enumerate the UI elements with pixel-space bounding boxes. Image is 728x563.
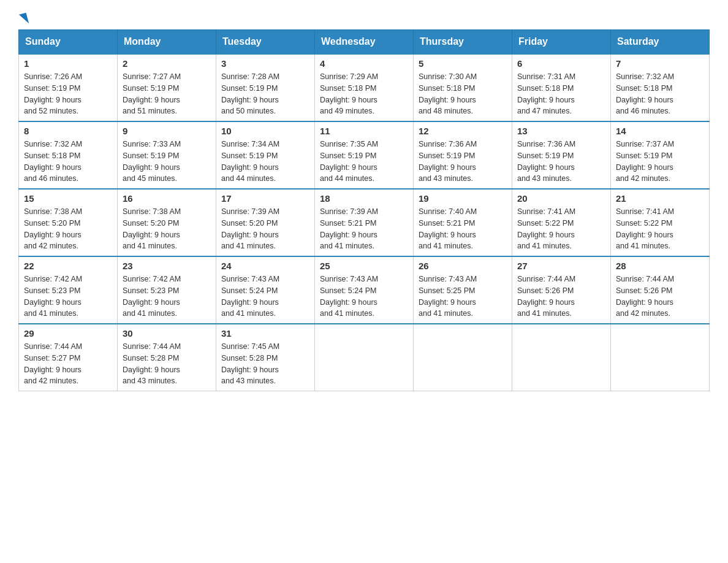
day-header-sunday: Sunday bbox=[19, 30, 118, 55]
day-info: Sunrise: 7:33 AMSunset: 5:19 PMDaylight:… bbox=[123, 139, 211, 185]
calendar-cell: 23Sunrise: 7:42 AMSunset: 5:23 PMDayligh… bbox=[118, 256, 216, 324]
calendar-cell: 21Sunrise: 7:41 AMSunset: 5:22 PMDayligh… bbox=[611, 189, 710, 256]
day-info: Sunrise: 7:30 AMSunset: 5:18 PMDaylight:… bbox=[419, 71, 507, 117]
day-info: Sunrise: 7:26 AMSunset: 5:19 PMDaylight:… bbox=[24, 71, 112, 117]
day-info: Sunrise: 7:45 AMSunset: 5:28 PMDaylight:… bbox=[221, 341, 309, 387]
day-info: Sunrise: 7:42 AMSunset: 5:23 PMDaylight:… bbox=[24, 274, 112, 320]
day-number: 17 bbox=[221, 193, 309, 204]
day-info: Sunrise: 7:40 AMSunset: 5:21 PMDaylight:… bbox=[419, 206, 507, 252]
logo-arrow-icon bbox=[19, 13, 29, 25]
day-number: 20 bbox=[517, 193, 605, 204]
day-number: 7 bbox=[616, 58, 704, 69]
day-info: Sunrise: 7:43 AMSunset: 5:24 PMDaylight:… bbox=[221, 274, 309, 320]
day-number: 21 bbox=[616, 193, 704, 204]
day-number: 3 bbox=[221, 58, 309, 69]
calendar-cell: 14Sunrise: 7:37 AMSunset: 5:19 PMDayligh… bbox=[611, 121, 710, 189]
calendar-cell: 6Sunrise: 7:31 AMSunset: 5:18 PMDaylight… bbox=[512, 54, 611, 121]
calendar-cell: 7Sunrise: 7:32 AMSunset: 5:18 PMDaylight… bbox=[611, 54, 710, 121]
calendar-cell: 30Sunrise: 7:44 AMSunset: 5:28 PMDayligh… bbox=[118, 324, 216, 391]
day-number: 28 bbox=[616, 261, 704, 271]
calendar-cell: 22Sunrise: 7:42 AMSunset: 5:23 PMDayligh… bbox=[19, 256, 118, 324]
week-row-4: 22Sunrise: 7:42 AMSunset: 5:23 PMDayligh… bbox=[19, 256, 710, 324]
day-number: 15 bbox=[24, 193, 112, 204]
day-number: 27 bbox=[517, 261, 605, 271]
day-info: Sunrise: 7:34 AMSunset: 5:19 PMDaylight:… bbox=[221, 139, 309, 185]
calendar-cell: 13Sunrise: 7:36 AMSunset: 5:19 PMDayligh… bbox=[512, 121, 611, 189]
day-info: Sunrise: 7:44 AMSunset: 5:28 PMDaylight:… bbox=[123, 341, 211, 387]
calendar-cell: 9Sunrise: 7:33 AMSunset: 5:19 PMDaylight… bbox=[118, 121, 216, 189]
day-info: Sunrise: 7:27 AMSunset: 5:19 PMDaylight:… bbox=[123, 71, 211, 117]
day-info: Sunrise: 7:28 AMSunset: 5:19 PMDaylight:… bbox=[221, 71, 309, 117]
day-number: 12 bbox=[419, 126, 507, 136]
days-header-row: SundayMondayTuesdayWednesdayThursdayFrid… bbox=[19, 30, 710, 55]
calendar-cell: 20Sunrise: 7:41 AMSunset: 5:22 PMDayligh… bbox=[512, 189, 611, 256]
day-info: Sunrise: 7:35 AMSunset: 5:19 PMDaylight:… bbox=[320, 139, 408, 185]
day-info: Sunrise: 7:29 AMSunset: 5:18 PMDaylight:… bbox=[320, 71, 408, 117]
day-number: 9 bbox=[123, 126, 211, 136]
calendar-cell: 25Sunrise: 7:43 AMSunset: 5:24 PMDayligh… bbox=[315, 256, 414, 324]
day-number: 4 bbox=[320, 58, 408, 69]
day-info: Sunrise: 7:41 AMSunset: 5:22 PMDaylight:… bbox=[517, 206, 605, 252]
day-number: 29 bbox=[24, 328, 112, 339]
day-number: 11 bbox=[320, 126, 408, 136]
day-number: 5 bbox=[419, 58, 507, 69]
calendar-cell: 12Sunrise: 7:36 AMSunset: 5:19 PMDayligh… bbox=[414, 121, 512, 189]
day-info: Sunrise: 7:36 AMSunset: 5:19 PMDaylight:… bbox=[419, 139, 507, 185]
calendar-cell bbox=[414, 324, 512, 391]
day-number: 6 bbox=[517, 58, 605, 69]
week-row-5: 29Sunrise: 7:44 AMSunset: 5:27 PMDayligh… bbox=[19, 324, 710, 391]
day-number: 24 bbox=[221, 261, 309, 271]
calendar-cell: 1Sunrise: 7:26 AMSunset: 5:19 PMDaylight… bbox=[19, 54, 118, 121]
day-info: Sunrise: 7:38 AMSunset: 5:20 PMDaylight:… bbox=[24, 206, 112, 252]
day-info: Sunrise: 7:36 AMSunset: 5:19 PMDaylight:… bbox=[517, 139, 605, 185]
day-number: 18 bbox=[320, 193, 408, 204]
day-header-monday: Monday bbox=[118, 30, 216, 55]
day-header-saturday: Saturday bbox=[611, 30, 710, 55]
calendar-cell: 31Sunrise: 7:45 AMSunset: 5:28 PMDayligh… bbox=[216, 324, 315, 391]
day-info: Sunrise: 7:44 AMSunset: 5:26 PMDaylight:… bbox=[616, 274, 704, 320]
day-info: Sunrise: 7:32 AMSunset: 5:18 PMDaylight:… bbox=[24, 139, 112, 185]
day-number: 22 bbox=[24, 261, 112, 271]
day-number: 31 bbox=[221, 328, 309, 339]
day-info: Sunrise: 7:32 AMSunset: 5:18 PMDaylight:… bbox=[616, 71, 704, 117]
day-info: Sunrise: 7:38 AMSunset: 5:20 PMDaylight:… bbox=[123, 206, 211, 252]
calendar-cell: 4Sunrise: 7:29 AMSunset: 5:18 PMDaylight… bbox=[315, 54, 414, 121]
day-number: 14 bbox=[616, 126, 704, 136]
day-info: Sunrise: 7:44 AMSunset: 5:26 PMDaylight:… bbox=[517, 274, 605, 320]
calendar-cell: 16Sunrise: 7:38 AMSunset: 5:20 PMDayligh… bbox=[118, 189, 216, 256]
day-info: Sunrise: 7:41 AMSunset: 5:22 PMDaylight:… bbox=[616, 206, 704, 252]
day-info: Sunrise: 7:37 AMSunset: 5:19 PMDaylight:… bbox=[616, 139, 704, 185]
calendar-cell: 17Sunrise: 7:39 AMSunset: 5:20 PMDayligh… bbox=[216, 189, 315, 256]
calendar-cell: 27Sunrise: 7:44 AMSunset: 5:26 PMDayligh… bbox=[512, 256, 611, 324]
calendar-cell: 15Sunrise: 7:38 AMSunset: 5:20 PMDayligh… bbox=[19, 189, 118, 256]
day-number: 2 bbox=[123, 58, 211, 69]
day-info: Sunrise: 7:43 AMSunset: 5:25 PMDaylight:… bbox=[419, 274, 507, 320]
day-header-wednesday: Wednesday bbox=[315, 30, 414, 55]
calendar-cell: 2Sunrise: 7:27 AMSunset: 5:19 PMDaylight… bbox=[118, 54, 216, 121]
day-header-friday: Friday bbox=[512, 30, 611, 55]
day-info: Sunrise: 7:39 AMSunset: 5:20 PMDaylight:… bbox=[221, 206, 309, 252]
day-number: 13 bbox=[517, 126, 605, 136]
day-info: Sunrise: 7:43 AMSunset: 5:24 PMDaylight:… bbox=[320, 274, 408, 320]
calendar-cell bbox=[315, 324, 414, 391]
calendar-cell: 5Sunrise: 7:30 AMSunset: 5:18 PMDaylight… bbox=[414, 54, 512, 121]
day-number: 23 bbox=[123, 261, 211, 271]
calendar-cell: 26Sunrise: 7:43 AMSunset: 5:25 PMDayligh… bbox=[414, 256, 512, 324]
calendar-cell: 18Sunrise: 7:39 AMSunset: 5:21 PMDayligh… bbox=[315, 189, 414, 256]
day-info: Sunrise: 7:44 AMSunset: 5:27 PMDaylight:… bbox=[24, 341, 112, 387]
calendar-cell bbox=[512, 324, 611, 391]
week-row-2: 8Sunrise: 7:32 AMSunset: 5:18 PMDaylight… bbox=[19, 121, 710, 189]
calendar-cell: 28Sunrise: 7:44 AMSunset: 5:26 PMDayligh… bbox=[611, 256, 710, 324]
calendar-cell: 8Sunrise: 7:32 AMSunset: 5:18 PMDaylight… bbox=[19, 121, 118, 189]
day-info: Sunrise: 7:42 AMSunset: 5:23 PMDaylight:… bbox=[123, 274, 211, 320]
day-info: Sunrise: 7:39 AMSunset: 5:21 PMDaylight:… bbox=[320, 206, 408, 252]
day-header-thursday: Thursday bbox=[414, 30, 512, 55]
day-number: 25 bbox=[320, 261, 408, 271]
calendar-cell bbox=[611, 324, 710, 391]
calendar-cell: 19Sunrise: 7:40 AMSunset: 5:21 PMDayligh… bbox=[414, 189, 512, 256]
day-number: 30 bbox=[123, 328, 211, 339]
day-header-tuesday: Tuesday bbox=[216, 30, 315, 55]
logo bbox=[18, 12, 29, 23]
day-number: 1 bbox=[24, 58, 112, 69]
calendar-table: SundayMondayTuesdayWednesdayThursdayFrid… bbox=[18, 29, 710, 391]
